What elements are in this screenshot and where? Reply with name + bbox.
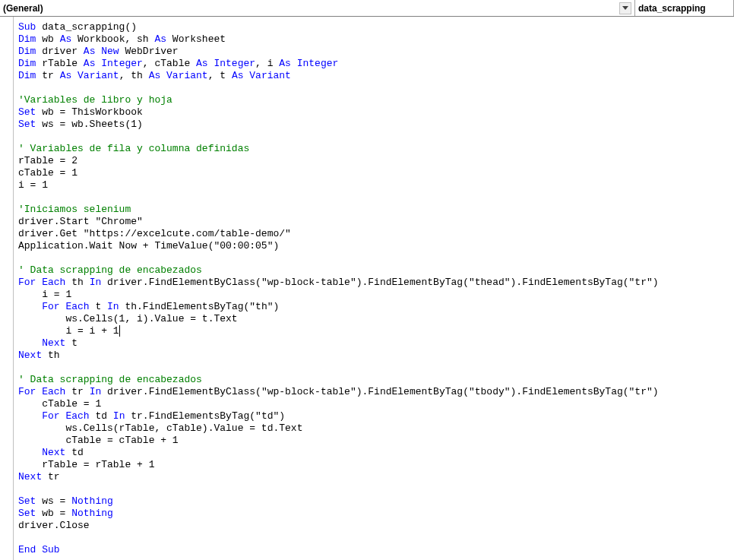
code-line: ' Variables de fila y columna definidas xyxy=(18,143,659,155)
code-area: Sub data_scrapping()Dim wb As Workbook, … xyxy=(0,17,734,560)
code-line: Dim driver As New WebDriver xyxy=(18,46,659,58)
code-token: Set xyxy=(18,106,36,118)
code-token: As Integer xyxy=(279,58,338,69)
code-token: As Integer xyxy=(84,58,143,69)
code-line: Next t xyxy=(18,337,659,350)
code-line: Next tr xyxy=(18,471,659,483)
code-line: rTable = rTable + 1 xyxy=(18,459,659,471)
code-line xyxy=(18,362,659,374)
code-token: data_scrapping() xyxy=(36,21,137,33)
code-token: , i xyxy=(255,58,279,69)
code-token: Next xyxy=(42,447,65,458)
code-line: 'Variables de libro y hoja xyxy=(18,94,659,106)
code-token: As Variant xyxy=(149,70,208,81)
code-token: ' Data scrapping de encabezados xyxy=(18,264,202,276)
code-token: ws = xyxy=(36,495,71,507)
code-line: 'Iniciamos selenium xyxy=(18,204,659,216)
code-token: t xyxy=(90,301,107,312)
object-dropdown[interactable]: (General) xyxy=(0,0,635,16)
code-token: Dim xyxy=(18,58,36,69)
code-line: Next td xyxy=(18,447,659,459)
code-token: Set xyxy=(18,119,36,130)
code-token: rTable xyxy=(36,58,83,69)
code-token: Set xyxy=(18,495,36,507)
code-token: For Each xyxy=(42,301,89,312)
code-token: tr.FindElementsByTag("td") xyxy=(125,410,285,422)
code-line: Sub data_scrapping() xyxy=(18,21,659,33)
code-token: In xyxy=(90,386,102,397)
code-token: cTable = 1 xyxy=(18,167,78,179)
code-token: For Each xyxy=(18,386,65,397)
code-token: Next xyxy=(18,350,42,361)
code-token xyxy=(18,301,42,312)
code-token: 'Iniciamos selenium xyxy=(18,204,131,215)
code-line xyxy=(18,131,659,143)
code-token: i = 1 xyxy=(18,289,71,300)
code-token: i = i + 1 xyxy=(18,325,119,337)
code-token xyxy=(18,410,42,422)
code-token: rTable = 2 xyxy=(18,155,78,166)
code-line: For Each tr In driver.FindElementByClass… xyxy=(18,386,659,398)
top-bar: (General) data_scrapping xyxy=(0,0,734,17)
code-token: Dim xyxy=(18,33,36,45)
code-line: Set wb = Nothing xyxy=(18,508,659,520)
code-line xyxy=(18,191,659,204)
code-token: In xyxy=(90,277,102,288)
code-line: driver.Get "https://excelcute.com/table-… xyxy=(18,228,659,240)
code-token: ' Data scrapping de encabezados xyxy=(18,374,202,385)
code-line: driver.Start "Chrome" xyxy=(18,216,659,228)
code-token: As Integer xyxy=(196,58,255,69)
code-token: Nothing xyxy=(71,495,113,507)
code-line: ' Data scrapping de encabezados xyxy=(18,264,659,277)
code-line xyxy=(18,483,659,495)
code-line: cTable = 1 xyxy=(18,167,659,179)
code-token: tr xyxy=(42,471,59,482)
code-token: tr xyxy=(36,70,59,81)
code-token: As xyxy=(154,33,166,45)
code-token: As xyxy=(60,33,72,45)
code-line xyxy=(18,252,659,264)
code-token: , t xyxy=(208,70,232,81)
code-token: Set xyxy=(18,508,36,519)
code-token: As New xyxy=(84,46,119,57)
code-line: ' Data scrapping de encabezados xyxy=(18,374,659,386)
code-token: Dim xyxy=(18,46,36,57)
code-line xyxy=(18,82,659,94)
code-line: Next th xyxy=(18,350,659,362)
code-token: ws.Cells(rTable, cTable).Value = td.Text xyxy=(18,422,302,434)
code-token: tr xyxy=(65,386,89,397)
code-token: In xyxy=(107,301,119,312)
code-token: Sub xyxy=(18,21,36,33)
code-token: As Variant xyxy=(232,70,291,81)
code-line: rTable = 2 xyxy=(18,155,659,167)
code-line: ws.Cells(1, i).Value = t.Text xyxy=(18,313,659,325)
code-token: t xyxy=(65,337,78,349)
code-token: Dim xyxy=(18,70,36,81)
code-token: In xyxy=(113,410,125,422)
code-line: Application.Wait Now + TimeValue("00:00:… xyxy=(18,240,659,252)
code-token: driver.FindElementByClass("wp-block-tabl… xyxy=(101,386,658,397)
code-token: Application.Wait Now + TimeValue("00:00:… xyxy=(18,240,279,252)
code-token: rTable = rTable + 1 xyxy=(18,459,154,470)
code-token: ws = wb.Sheets(1) xyxy=(36,119,142,130)
code-token: Nothing xyxy=(71,508,113,519)
procedure-dropdown[interactable]: data_scrapping xyxy=(635,0,734,16)
code-token: , th xyxy=(119,70,149,81)
code-token: td xyxy=(90,410,113,422)
code-line: Dim wb As Workbook, sh As Worksheet xyxy=(18,33,659,46)
code-line: cTable = cTable + 1 xyxy=(18,435,659,447)
code-token: End Sub xyxy=(18,544,60,555)
code-token: driver xyxy=(36,46,83,57)
code-line: driver.Close xyxy=(18,520,659,532)
code-token: Workbook, sh xyxy=(71,33,154,45)
procedure-dropdown-label: data_scrapping xyxy=(638,3,706,14)
code-token: cTable = 1 xyxy=(18,398,101,410)
code-editor[interactable]: Sub data_scrapping()Dim wb As Workbook, … xyxy=(14,17,663,560)
code-line: i = i + 1 xyxy=(18,325,659,337)
code-line: For Each td In tr.FindElementsByTag("td"… xyxy=(18,410,659,422)
object-dropdown-label: (General) xyxy=(3,3,43,14)
code-token: ws.Cells(1, i).Value = t.Text xyxy=(18,313,238,324)
code-token: For Each xyxy=(42,410,89,422)
code-token: ' Variables de fila y columna definidas xyxy=(18,143,249,154)
code-line: Set ws = wb.Sheets(1) xyxy=(18,119,659,131)
